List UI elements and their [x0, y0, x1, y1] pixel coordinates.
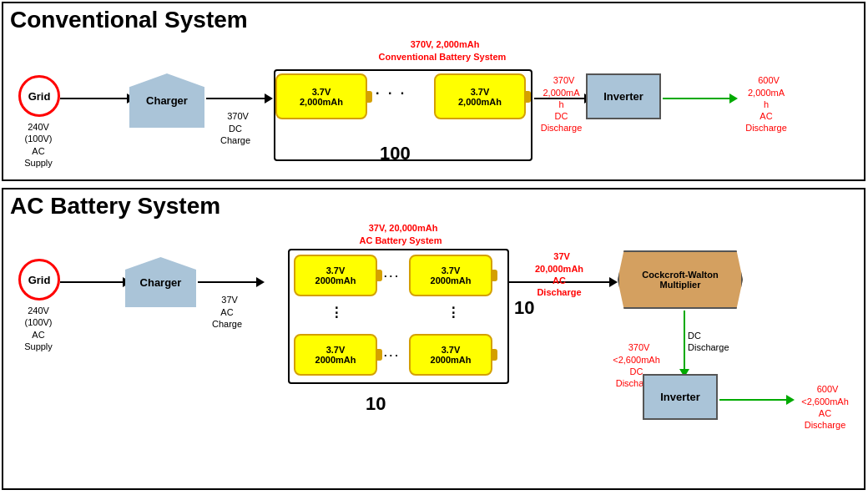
ac-battery-bracket [288, 249, 509, 384]
ac-battery-arrow1 [60, 277, 131, 287]
ac-battery-ac-discharge2: 600V <2,600mAh AC Discharge [790, 371, 860, 431]
conventional-dc-charge: 370V DC Charge [206, 98, 265, 146]
conventional-grid-circle: Grid [18, 75, 60, 117]
ac-battery-inverter: Inverter [643, 374, 718, 420]
ac-battery-count-row: 10 [366, 392, 386, 417]
ac-battery-ac-supply-label: 240V (100V) AC Supply [5, 305, 72, 352]
conventional-ac-supply-label: 240V (100V) AC Supply [5, 121, 72, 169]
ac-battery-top-label: 37V, 20,000mAh AC Battery System [284, 210, 517, 246]
conventional-ac-discharge: 600V 2,000mA h AC Discharge [733, 63, 800, 134]
conventional-count: 100 [380, 142, 411, 166]
conventional-arrow1 [60, 93, 135, 104]
ac-battery-ac-discharge: 37V 20,000mAh AC Discharge [522, 239, 597, 298]
conventional-charger: Charger [129, 73, 204, 128]
conventional-battery-top-label: 370V, 2,000mAh Conventional Battery Syst… [326, 27, 559, 63]
ac-battery-charger: Charger [125, 257, 196, 307]
ac-battery-grid-circle: Grid [18, 259, 60, 301]
conventional-inverter: Inverter [586, 73, 661, 119]
ac-battery-ac-charge: 37V AC Charge [198, 282, 256, 330]
ac-battery-count-col: 10 [514, 296, 534, 321]
ac-battery-cockcroft: Cockcroft-Walton Multiplier [618, 250, 743, 309]
conventional-dc-discharge: 370V 2,000mA h DC Discharge [530, 63, 593, 134]
ac-battery-arrow-out [719, 395, 795, 405]
conventional-arrow4 [663, 93, 738, 104]
ac-battery-dc-discharge-right: DCDischarge [688, 330, 738, 354]
